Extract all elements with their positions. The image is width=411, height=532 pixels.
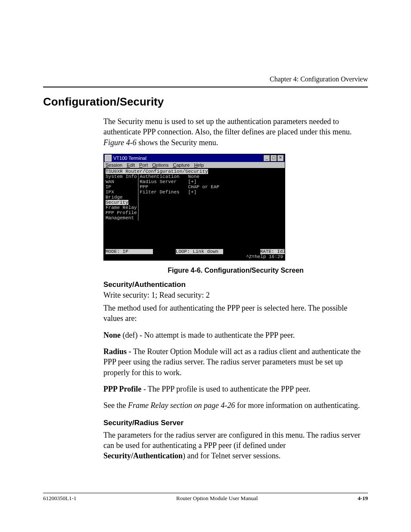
menu-options[interactable]: Options: [152, 162, 168, 168]
chapter-header: Chapter 4: Configuration Overview: [43, 75, 368, 83]
auth-ppp-text: - The PPP profile is used to authenticat…: [141, 385, 310, 393]
auth-description: The method used for authenticating the P…: [103, 303, 368, 324]
auth-none-label: None: [103, 331, 121, 339]
sidebar-item-frame-relay[interactable]: Frame Relay: [106, 205, 137, 210]
section-title: Configuration/Security: [43, 95, 368, 109]
cfg-auth-key[interactable]: Authentication: [140, 174, 179, 179]
terminal-titlebar: VT100 Terminal _ ▢ ✕: [104, 154, 285, 162]
figure-caption-label: Figure 4-6.: [168, 267, 204, 274]
auth-option-none: None (def) - No attempt is made to authe…: [103, 330, 368, 340]
intro-figref: Figure 4-6: [103, 138, 137, 147]
sidebar-item-ipx[interactable]: IPX: [106, 190, 114, 195]
cfg-radius-key[interactable]: Radius Server: [140, 179, 177, 184]
sidebar-item-system-info[interactable]: System Info: [106, 174, 137, 179]
auth-security-levels: Write security: 1; Read security: 2: [103, 290, 368, 300]
cfg-filter-val: [+]: [188, 190, 196, 195]
auth-see-also: See the Frame Relay section on page 4-26…: [103, 400, 368, 411]
terminal-menubar: Session Edit Port Options Capture Help: [104, 162, 285, 168]
minimize-button[interactable]: _: [263, 155, 270, 162]
auth-none-text: (def) - No attempt is made to authentica…: [121, 331, 295, 339]
auth-radius-label: Radius -: [103, 347, 133, 356]
radius-body-bold: Security/Authentication: [103, 451, 183, 460]
radius-body-pre: The parameters for the radius server are…: [103, 431, 360, 450]
cfg-ppp-key[interactable]: PPP: [140, 184, 148, 190]
window-buttons: _ ▢ ✕: [263, 155, 284, 162]
auth-radius-text: The Router Option Module will act as a r…: [103, 347, 361, 377]
sidebar-item-security[interactable]: Security: [106, 200, 128, 205]
sidebar-item-ip[interactable]: IP: [106, 184, 111, 190]
body: The Security menu is used to set up the …: [103, 116, 368, 461]
sidebar-item-wan[interactable]: WAN: [106, 179, 114, 184]
terminal-window: VT100 Terminal _ ▢ ✕ Session Edit Port O…: [103, 154, 285, 261]
terminal-status-bar: MODE: IP LOOP: Link down RATE: Idle: [106, 249, 283, 254]
terminal-path: TSU8XR Router/Configuration/Security: [106, 169, 208, 174]
figure-caption-title: Configuration/Security Screen: [205, 267, 304, 274]
radius-body-post: ) and for Telnet server sessions.: [183, 451, 280, 460]
terminal-window-title: VT100 Terminal: [113, 156, 146, 161]
subhead-security-authentication: Security/Authentication: [103, 280, 368, 289]
terminal-help-hint: ^Z=help 16:29: [246, 254, 283, 259]
page-footer: 61200350L1-1 Router Option Module User M…: [43, 493, 368, 502]
sidebar-item-bridge[interactable]: Bridge: [106, 195, 123, 200]
intro-text: The Security menu is used to set up the …: [103, 117, 352, 136]
see-post: for more information on authenticating.: [235, 401, 360, 410]
sidebar-item-ppp-profile[interactable]: PPP Profile: [106, 210, 137, 215]
terminal-body: TSU8XR Router/Configuration/Security Sys…: [104, 168, 285, 260]
menu-port[interactable]: Port: [139, 162, 148, 168]
status-mode: MODE: IP: [106, 249, 153, 254]
menu-edit[interactable]: Edit: [127, 162, 135, 168]
status-rate: RATE: Idle: [260, 249, 285, 254]
auth-option-radius: Radius - The Router Option Module will a…: [103, 346, 368, 378]
cfg-ppp-val: CHAP or EAP: [188, 184, 219, 190]
footer-doc-title: Router Option Module User Manual: [176, 495, 258, 502]
footer-page-number: 4-19: [358, 495, 368, 502]
menu-session[interactable]: Session: [106, 162, 122, 168]
subhead-security-radius-server: Security/Radius Server: [103, 419, 368, 427]
status-loop: LOOP: Link down: [176, 249, 223, 254]
auth-option-ppp-profile: PPP Profile - The PPP profile is used to…: [103, 384, 368, 394]
footer-docnum: 61200350L1-1: [43, 495, 76, 502]
cfg-auth-val: None: [188, 174, 199, 179]
menu-capture[interactable]: Capture: [173, 162, 190, 168]
header-rule: [43, 87, 368, 87]
maximize-button[interactable]: ▢: [270, 155, 277, 162]
intro-figref-post: shows the Security menu.: [137, 138, 218, 147]
cfg-radius-val: [+]: [188, 179, 196, 184]
close-button[interactable]: ✕: [277, 155, 284, 162]
sidebar-item-management[interactable]: Management: [106, 215, 134, 221]
radius-server-body: The parameters for the radius server are…: [103, 430, 368, 461]
page: Chapter 4: Configuration Overview Config…: [0, 0, 411, 532]
terminal-app-icon: [105, 155, 112, 162]
see-frame-relay-ref: Frame Relay section on page 4-26: [128, 401, 235, 410]
cfg-filter-key[interactable]: Filter Defines: [140, 190, 179, 195]
menu-help[interactable]: Help: [194, 162, 204, 168]
intro-paragraph: The Security menu is used to set up the …: [103, 116, 368, 148]
auth-ppp-label: PPP Profile: [103, 385, 141, 393]
see-pre: See the: [103, 401, 128, 410]
figure-caption: Figure 4-6. Configuration/Security Scree…: [103, 267, 368, 274]
